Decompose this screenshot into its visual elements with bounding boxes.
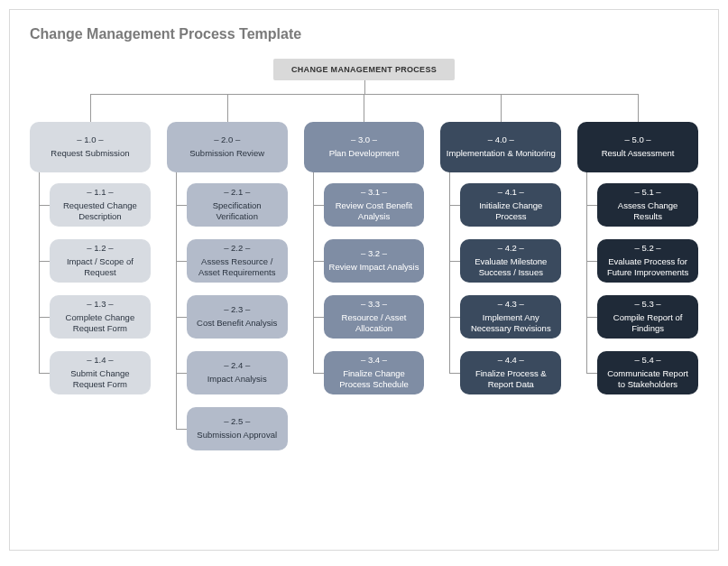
- column: – 4.0 –Implementation & Monitoring– 4.1 …: [440, 122, 561, 463]
- node-number: – 5.0 –: [583, 135, 693, 146]
- node-label: Impact / Scope of Request: [55, 256, 145, 280]
- node-label: Complete Change Request Form: [55, 312, 145, 336]
- child-node: – 2.3 –Cost Benefit Analysis: [187, 295, 288, 339]
- column: – 1.0 –Request Submission– 1.1 –Requeste…: [30, 122, 151, 463]
- column-head: – 5.0 –Result Assessment: [577, 122, 698, 172]
- connector-vdrop: [501, 94, 502, 122]
- node-label: Finalize Change Process Schedule: [329, 368, 419, 392]
- node-number: – 2.0 –: [172, 135, 282, 146]
- column-spine: [176, 147, 177, 429]
- child-node: – 2.5 –Submission Approval: [187, 407, 288, 450]
- child-node: – 3.2 –Review Impact Analysis: [324, 239, 425, 283]
- node-number: – 3.1 –: [329, 187, 419, 199]
- node-number: – 1.3 –: [55, 299, 145, 311]
- node-label: Result Assessment: [583, 148, 693, 160]
- child-node: – 3.1 –Review Cost Benefit Analysis: [324, 183, 425, 227]
- column-spine: [449, 147, 450, 373]
- node-number: – 4.3 –: [465, 299, 556, 311]
- child-node: – 1.1 –Requested Change Description: [50, 183, 151, 227]
- node-number: – 4.2 –: [465, 243, 556, 255]
- connector-vdrop: [90, 94, 91, 122]
- node-label: Review Cost Benefit Analysis: [329, 200, 419, 224]
- node-label: Evaluate Process for Future Improvements: [603, 256, 693, 280]
- node-label: Request Submission: [35, 148, 145, 160]
- node-label: Communicate Report to Stakeholders: [603, 368, 693, 392]
- node-label: Impact Analysis: [192, 374, 282, 385]
- node-label: Resource / Asset Allocation: [329, 312, 419, 336]
- column: – 3.0 –Plan Development– 3.1 –Review Cos…: [304, 122, 425, 463]
- node-number: – 2.4 –: [192, 360, 282, 372]
- child-node: – 3.3 –Resource / Asset Allocation: [324, 295, 425, 339]
- child-node: – 4.4 –Finalize Process & Report Data: [460, 351, 561, 394]
- node-label: Evaluate Milestone Success / Issues: [465, 256, 556, 280]
- connector-vdrop: [364, 94, 364, 122]
- child-node: – 1.3 –Complete Change Request Form: [50, 295, 151, 339]
- column-head: – 4.0 –Implementation & Monitoring: [440, 122, 561, 172]
- column-head: – 2.0 –Submission Review: [167, 122, 288, 172]
- node-number: – 3.2 –: [329, 248, 419, 260]
- node-number: – 3.3 –: [329, 299, 419, 311]
- node-label: Plan Development: [309, 148, 419, 160]
- diagram-frame: Change Management Process Template CHANG…: [9, 9, 719, 551]
- node-label: Cost Benefit Analysis: [192, 318, 282, 329]
- child-node: – 4.1 –Initialize Change Process: [460, 183, 561, 227]
- node-label: Finalize Process & Report Data: [465, 368, 556, 392]
- child-node: – 1.4 –Submit Change Request Form: [50, 351, 151, 394]
- child-node: – 3.4 –Finalize Change Process Schedule: [324, 351, 425, 394]
- child-node: – 5.1 –Assess Change Results: [597, 183, 698, 227]
- node-label: Specification Verification: [192, 200, 282, 224]
- node-label: Assess Change Results: [603, 200, 693, 224]
- child-node: – 2.4 –Impact Analysis: [187, 351, 288, 394]
- column-spine: [586, 147, 587, 373]
- node-label: Submission Review: [172, 148, 282, 160]
- column-spine: [313, 147, 314, 373]
- child-node: – 2.1 –Specification Verification: [187, 183, 288, 227]
- child-node: – 1.2 –Impact / Scope of Request: [50, 239, 151, 283]
- node-label: Implement Any Necessary Revisions: [465, 312, 556, 336]
- node-number: – 3.4 –: [329, 355, 419, 367]
- column: – 5.0 –Result Assessment– 5.1 –Assess Ch…: [577, 122, 698, 463]
- child-node: – 4.3 –Implement Any Necessary Revisions: [460, 295, 561, 339]
- node-number: – 2.5 –: [192, 416, 282, 428]
- node-label: Initialize Change Process: [465, 200, 556, 224]
- node-number: – 1.0 –: [35, 135, 145, 146]
- child-node: – 5.2 –Evaluate Process for Future Impro…: [597, 239, 698, 283]
- page-title: Change Management Process Template: [30, 26, 698, 42]
- node-number: – 5.2 –: [603, 243, 693, 255]
- node-number: – 2.2 –: [192, 243, 282, 255]
- node-number: – 1.4 –: [55, 355, 145, 367]
- node-number: – 1.1 –: [55, 187, 145, 199]
- node-label: Submission Approval: [192, 430, 282, 441]
- columns-container: – 1.0 –Request Submission– 1.1 –Requeste…: [30, 122, 698, 463]
- node-number: – 2.1 –: [192, 187, 282, 199]
- node-label: Implementation & Monitoring: [446, 148, 556, 160]
- node-number: – 3.0 –: [309, 135, 419, 146]
- column: – 2.0 –Submission Review– 2.1 –Specifica…: [167, 122, 288, 463]
- child-node: – 4.2 –Evaluate Milestone Success / Issu…: [460, 239, 561, 283]
- node-label: Compile Report of Findings: [603, 312, 693, 336]
- connector-vdrop: [638, 94, 639, 122]
- node-label: Requested Change Description: [55, 200, 145, 224]
- node-number: – 5.1 –: [603, 187, 693, 199]
- node-number: – 2.3 –: [192, 304, 282, 316]
- node-label: Review Impact Analysis: [329, 262, 419, 274]
- child-node: – 5.4 –Communicate Report to Stakeholder…: [597, 351, 698, 394]
- node-number: – 4.4 –: [465, 355, 556, 367]
- child-node: – 5.3 –Compile Report of Findings: [597, 295, 698, 339]
- connector-area: [30, 80, 698, 122]
- node-number: – 1.2 –: [55, 243, 145, 255]
- column-spine: [39, 147, 40, 373]
- root-node: CHANGE MANAGEMENT PROCESS: [273, 59, 455, 80]
- column-head: – 3.0 –Plan Development: [304, 122, 425, 172]
- node-label: Assess Resource / Asset Requirements: [192, 256, 282, 280]
- node-label: Submit Change Request Form: [55, 368, 145, 392]
- node-number: – 5.3 –: [603, 299, 693, 311]
- node-number: – 4.0 –: [446, 135, 556, 146]
- node-number: – 5.4 –: [603, 355, 693, 367]
- connector-vdrop: [227, 94, 228, 122]
- column-head: – 1.0 –Request Submission: [30, 122, 151, 172]
- root-wrap: CHANGE MANAGEMENT PROCESS: [30, 59, 698, 80]
- child-node: – 2.2 –Assess Resource / Asset Requireme…: [187, 239, 288, 283]
- connector-vmain: [364, 80, 365, 94]
- node-number: – 4.1 –: [465, 187, 556, 199]
